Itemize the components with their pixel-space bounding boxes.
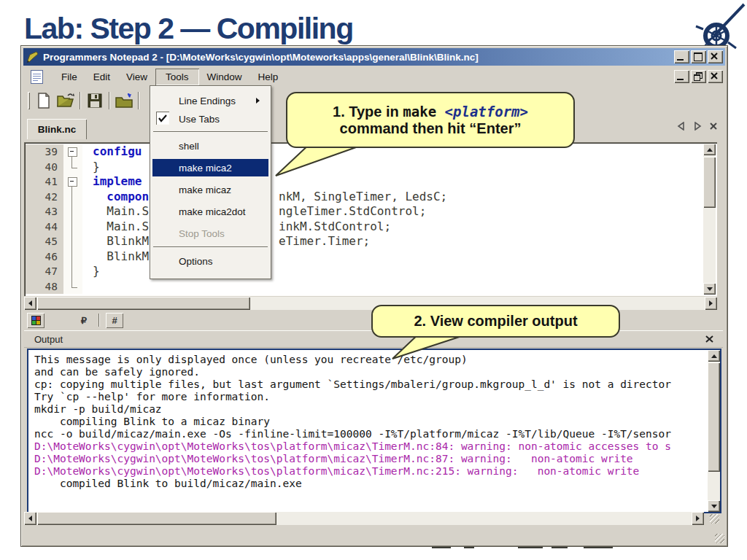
fold-guide [63, 219, 82, 235]
callout-1-line-1: 1. Type in make <platform> [333, 104, 528, 120]
toolbar-separator [138, 92, 139, 109]
menu-edit[interactable]: Edit [85, 69, 118, 85]
output-panel[interactable]: This message is only displayed once (unl… [27, 349, 721, 513]
scroll-thumb[interactable] [703, 157, 716, 208]
scroll-right-button[interactable] [692, 512, 704, 525]
line-number: 43 [26, 204, 63, 219]
fold-toggle-icon[interactable] [63, 174, 82, 190]
scroll-up-button[interactable] [708, 350, 720, 362]
line-number: 42 [26, 190, 63, 205]
code-line: 40} [26, 160, 703, 175]
output-line: Try `cp --help' for more information. [34, 391, 705, 403]
document-icon[interactable] [31, 70, 43, 84]
colored-grid-icon [31, 316, 41, 325]
scroll-right-button[interactable] [705, 297, 717, 310]
menu-item-make-micaz[interactable]: make micaz [152, 181, 268, 198]
code-text [82, 279, 703, 295]
word-wrap-icon: ₽ [81, 315, 87, 326]
code-text-after-menu: ngleTimer.StdControl; [279, 204, 426, 219]
fold-guide [63, 234, 82, 249]
scroll-thumb[interactable] [37, 512, 276, 525]
resize-grip[interactable] [710, 514, 719, 524]
callout-1-line-2: command then hit “Enter” [340, 120, 522, 137]
minimize-button[interactable] [674, 50, 689, 63]
close-button[interactable] [708, 50, 723, 63]
menu-item-label: Line Endings [179, 96, 236, 106]
menu-item-label: make mica2dot [179, 206, 246, 217]
menu-item-use-tabs[interactable]: Use Tabs [152, 110, 268, 128]
output-warning-line: D:\MoteWorks\cygwin\opt\MoteWorks\tos\pl… [34, 453, 705, 465]
output-horizontal-scrollbar[interactable] [24, 512, 704, 525]
save-button[interactable] [84, 90, 106, 111]
window-titlebar[interactable]: Programmers Notepad 2 - [D:\MoteWorks\cy… [23, 48, 725, 66]
fold-toggle-icon[interactable] [63, 144, 82, 160]
menu-item-stop-tools: Stop Tools [152, 225, 268, 242]
output-line: and can be safely ignored. [34, 366, 705, 378]
mdi-close-button[interactable] [708, 70, 723, 83]
fold-guide [63, 190, 82, 205]
slide: Lab: Step 2 — Compiling Programmers Note… [0, 0, 747, 560]
close-folder-button[interactable] [113, 90, 135, 111]
fold-guide [63, 279, 82, 295]
output-line: cp: copying multiple files, but last arg… [34, 378, 705, 391]
code-lines: 39configu40}41impleme42 componnkM, Singl… [26, 144, 703, 295]
callout-1-text: 1. Type in [333, 104, 403, 120]
tab-scroll-right-icon[interactable] [693, 122, 702, 131]
scroll-thumb[interactable] [37, 297, 250, 310]
line-number: 47 [26, 264, 63, 279]
line-number: 44 [26, 219, 63, 235]
editor-vertical-scrollbar[interactable] [703, 144, 716, 295]
new-file-button[interactable] [33, 90, 55, 111]
tab-close-icon[interactable] [709, 122, 718, 131]
fold-guide [63, 264, 82, 279]
callout-step-2: 2. View compiler output [371, 305, 620, 338]
mdi-minimize-button[interactable] [674, 70, 689, 83]
scroll-down-button[interactable] [703, 283, 716, 295]
line-number: 46 [26, 249, 63, 265]
fold-guide [63, 160, 82, 175]
line-number: 48 [26, 279, 63, 295]
output-close-icon[interactable] [705, 335, 714, 343]
tab-blink-nc[interactable]: Blink.nc [27, 119, 87, 139]
menu-file[interactable]: File [53, 69, 85, 85]
code-text-after-menu: eTimer.Timer; [279, 234, 370, 249]
maximize-button[interactable] [691, 50, 706, 63]
line-numbers-icon: # [112, 315, 117, 326]
menu-item-shell[interactable]: shell [152, 137, 268, 155]
line-numbers-button[interactable]: # [106, 313, 123, 328]
code-line: 46 BlinkM [26, 249, 703, 265]
scroll-down-button[interactable] [708, 500, 720, 512]
menu-separator [153, 246, 268, 248]
word-wrap-button[interactable]: ₽ [75, 313, 93, 328]
mdi-restore-button[interactable] [691, 70, 706, 83]
scroll-left-button[interactable] [24, 297, 36, 310]
scroll-left-button[interactable] [24, 512, 36, 525]
scroll-up-button[interactable] [703, 144, 716, 155]
menu-tools[interactable]: Tools [155, 69, 199, 85]
menu-item-label: Use Tabs [179, 114, 220, 125]
menu-item-label: shell [179, 141, 199, 152]
output-line: This message is only displayed once (unl… [34, 354, 705, 366]
menu-help[interactable]: Help [250, 69, 287, 85]
scroll-thumb[interactable] [708, 362, 720, 472]
menu-item-line-endings[interactable]: Line Endings [152, 92, 268, 109]
status-bar [23, 526, 726, 545]
menu-item-label: make micaz [179, 184, 231, 195]
folder-up-icon [115, 92, 133, 109]
menu-item-make-mica2[interactable]: make mica2 [152, 159, 268, 176]
output-vertical-scrollbar[interactable] [708, 350, 720, 512]
page-title: Lab: Step 2 — Compiling [24, 12, 353, 46]
tab-scroll-left-icon[interactable] [677, 122, 686, 131]
toolbar-grip[interactable] [28, 92, 30, 109]
code-editor[interactable]: 39configu40}41impleme42 componnkM, Singl… [24, 142, 717, 296]
open-file-button[interactable] [55, 90, 77, 111]
menu-view[interactable]: View [118, 69, 155, 85]
resize-grip[interactable] [715, 534, 724, 543]
menu-separator [153, 131, 268, 133]
code-line: 47} [26, 264, 703, 279]
menu-item-make-mica2dot[interactable]: make mica2dot [152, 203, 268, 220]
menu-window[interactable]: Window [199, 69, 250, 85]
output-lines: This message is only displayed once (unl… [34, 354, 705, 510]
view-grid-button[interactable] [27, 313, 44, 328]
menu-item-options[interactable]: Options [152, 252, 268, 270]
